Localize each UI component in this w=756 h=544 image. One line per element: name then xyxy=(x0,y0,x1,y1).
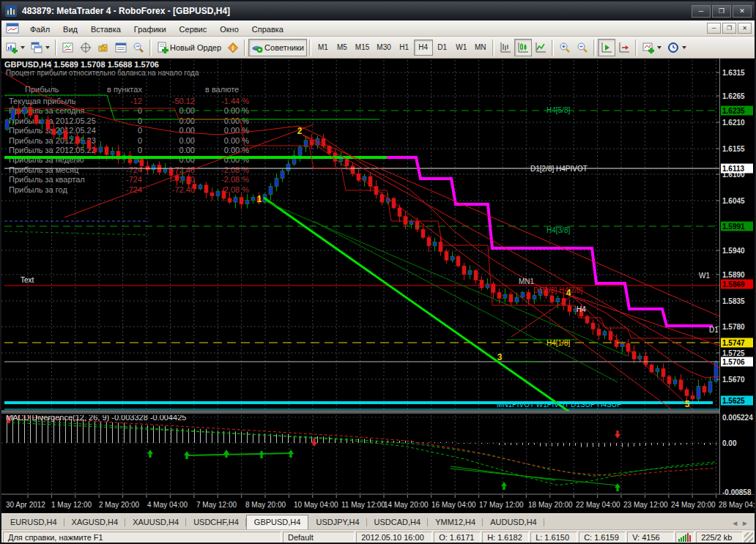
minimize-button[interactable]: ─ xyxy=(692,5,711,18)
svg-text:-0.00858: -0.00858 xyxy=(722,488,752,496)
svg-text:1 May 12:00: 1 May 12:00 xyxy=(51,501,92,509)
periods-button[interactable] xyxy=(664,39,689,56)
status-traffic: 225/2 kb xyxy=(696,532,743,544)
expert-advisors-button[interactable]: Советники xyxy=(248,39,307,56)
svg-text:22 May 04:00: 22 May 04:00 xyxy=(576,501,620,509)
toolbar-separator xyxy=(149,40,152,56)
tab-scroll-left-button[interactable]: ◄ xyxy=(731,519,738,527)
svg-text:7 May 12:00: 7 May 12:00 xyxy=(196,501,237,509)
menu-файл[interactable]: Файл xyxy=(23,23,56,36)
svg-text:0.00: 0.00 xyxy=(179,126,195,135)
auto-scroll-button[interactable] xyxy=(598,39,615,56)
tab-eurusdh4[interactable]: EURUSD,H4 xyxy=(3,515,64,529)
child-restore-button[interactable]: ❐ xyxy=(722,23,736,34)
terminal-button[interactable] xyxy=(112,39,130,56)
tab-ymm12h4[interactable]: YMM12,H4 xyxy=(428,515,483,529)
status-bar: Для справки, нажмите F1 Default 2012.05.… xyxy=(1,529,755,544)
status-quote-cells: 2012.05.10 16:00O: 1.6171H: 1.6182L: 1.6… xyxy=(356,532,675,544)
status-cell-1: O: 1.6171 xyxy=(434,532,481,544)
market-watch-icon xyxy=(62,42,74,53)
line-chart-button[interactable] xyxy=(532,39,549,56)
svg-text:0: 0 xyxy=(138,116,142,125)
svg-text:5: 5 xyxy=(685,399,690,409)
toolbar-separator xyxy=(635,40,637,56)
menu-сервис[interactable]: Сервис xyxy=(173,23,214,36)
zoom-out-button[interactable] xyxy=(574,39,591,56)
tab-usdcadh4[interactable]: USDCAD,H4 xyxy=(367,515,429,529)
child-minimize-button[interactable]: ─ xyxy=(707,23,721,34)
toolbar-separator xyxy=(309,40,311,56)
chart-shift-button[interactable] xyxy=(615,39,633,56)
timeframe-m1-button[interactable]: M1 xyxy=(314,40,333,56)
svg-text:0.00 %: 0.00 % xyxy=(224,116,249,125)
shift-icon xyxy=(618,42,630,53)
tab-usdchfh4[interactable]: USDCHF,H4 xyxy=(186,515,246,529)
svg-text:в пунктах: в пунктах xyxy=(107,85,142,94)
profiles-button[interactable] xyxy=(28,39,53,56)
candlestick-chart-button[interactable] xyxy=(514,39,532,56)
tab-gbpusdh4[interactable]: GBPUSD,H4 xyxy=(246,515,309,529)
navigator-button[interactable] xyxy=(94,39,112,56)
child-close-button[interactable]: ✕ xyxy=(738,23,752,34)
tab-audusdh4[interactable]: AUDUSD,H4 xyxy=(483,515,544,529)
timeframe-m15-button[interactable]: M15 xyxy=(352,40,373,56)
timeframe-d1-button[interactable]: D1 xyxy=(433,40,452,56)
tab-scroll-right-button[interactable]: ► xyxy=(741,519,749,527)
svg-text:H4[5/8]: H4[5/8] xyxy=(546,106,570,114)
indicators-button[interactable] xyxy=(640,39,664,56)
svg-text:1.6315: 1.6315 xyxy=(722,69,745,77)
tab-xagusdh4[interactable]: XAGUSD,H4 xyxy=(64,515,126,529)
dropdown-arrow-icon[interactable] xyxy=(657,46,662,49)
svg-text:0: 0 xyxy=(138,126,142,135)
timeframe-h1-button[interactable]: H1 xyxy=(395,40,414,56)
restore-button[interactable]: ❐ xyxy=(712,5,731,18)
svg-text:1.5706: 1.5706 xyxy=(722,358,745,366)
toolbar-separator xyxy=(244,40,246,56)
menu-вид[interactable]: Вид xyxy=(56,23,84,36)
crosshair-icon xyxy=(80,42,92,53)
close-button[interactable]: ✕ xyxy=(733,5,752,18)
strategy-tester-button[interactable] xyxy=(130,39,147,56)
svg-text:1.6113: 1.6113 xyxy=(722,165,744,173)
svg-text:0.00: 0.00 xyxy=(179,136,195,145)
svg-text:MN1PIVOT W1PIVOT D1SUP H4SUP: MN1PIVOT W1PIVOT D1SUP H4SUP xyxy=(497,400,622,409)
alert-button[interactable]: ! xyxy=(224,39,242,56)
timeframe-w1-button[interactable]: W1 xyxy=(452,40,471,56)
timeframe-h4-button[interactable]: H4 xyxy=(414,40,433,56)
tester-icon xyxy=(133,42,144,53)
chart-canvas[interactable]: GBPUSD,H4 1.5689 1.5708 1.5688 1.5706Про… xyxy=(1,59,755,513)
menu-графики[interactable]: Графики xyxy=(127,23,173,36)
menu-bar: ФайлВидВставкаГрафикиСервисОкноСправка ─… xyxy=(1,21,755,37)
zoom-in-button[interactable] xyxy=(556,39,574,56)
svg-text:в валюте: в валюте xyxy=(205,85,239,94)
data-window-button[interactable] xyxy=(77,39,94,56)
market-watch-button[interactable] xyxy=(59,39,77,56)
menu-справка[interactable]: Справка xyxy=(245,23,290,36)
menu-вставка[interactable]: Вставка xyxy=(84,23,127,36)
status-cell-4: C: 1.6159 xyxy=(579,532,626,544)
svg-text:1.6155: 1.6155 xyxy=(722,145,745,153)
timeframe-m5-button[interactable]: M5 xyxy=(333,40,352,56)
svg-text:0.00: 0.00 xyxy=(179,146,195,154)
new-chart-button[interactable] xyxy=(3,39,28,56)
dropdown-arrow-icon[interactable] xyxy=(682,46,686,49)
resize-grip[interactable] xyxy=(744,532,753,543)
menu-окно[interactable]: Окно xyxy=(213,23,245,36)
status-profile[interactable]: Default xyxy=(283,532,355,544)
profiles-icon xyxy=(31,42,42,53)
svg-text:1: 1 xyxy=(257,194,262,204)
svg-text:1.5991: 1.5991 xyxy=(722,223,745,231)
tab-xauusdh4[interactable]: XAUUSD,H4 xyxy=(125,515,186,529)
terminal-icon xyxy=(115,42,127,53)
new-order-button[interactable]: Новый Ордер xyxy=(154,39,224,56)
tab-usdjpyh4[interactable]: USDJPY,H4 xyxy=(308,515,366,529)
svg-text:-50.12: -50.12 xyxy=(172,97,195,105)
chart-window-icon xyxy=(6,23,19,34)
dropdown-arrow-icon[interactable] xyxy=(45,46,50,49)
dropdown-arrow-icon[interactable] xyxy=(21,46,25,49)
timeframe-m30-button[interactable]: M30 xyxy=(373,40,394,56)
svg-text:2: 2 xyxy=(297,126,303,136)
bar-chart-button[interactable] xyxy=(497,39,514,56)
timeframe-mn-button[interactable]: MN xyxy=(471,40,490,56)
new-order-button-label: Новый Ордер xyxy=(170,43,221,52)
